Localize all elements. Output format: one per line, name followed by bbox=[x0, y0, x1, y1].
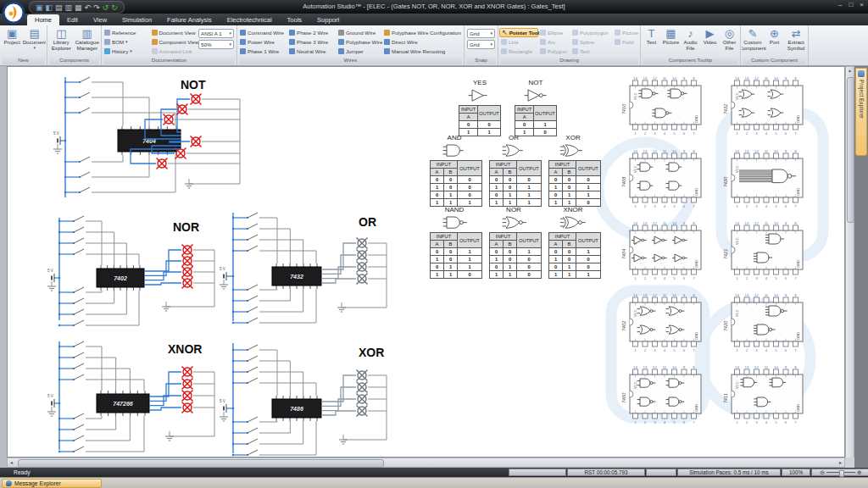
qat-sync-previous-icon[interactable]: ↺ bbox=[103, 3, 109, 13]
menu-tab-support[interactable]: Support bbox=[309, 14, 347, 25]
ic-pinout-7402[interactable]: 7402VCCGND1411321231141059687 bbox=[621, 292, 716, 360]
vertical-scrollbar[interactable]: ▲ ▼ bbox=[845, 66, 854, 468]
switch[interactable] bbox=[74, 413, 84, 419]
switch[interactable] bbox=[248, 318, 258, 323]
switch[interactable] bbox=[248, 428, 258, 433]
truth-table-not[interactable]: NOTINPUTOUTPUTA0110 bbox=[511, 79, 560, 136]
ic-pinout-7430[interactable]: 7430VCCGND1411321231141059687 bbox=[723, 148, 818, 216]
switch[interactable] bbox=[74, 424, 84, 430]
indicator-lamp[interactable] bbox=[357, 394, 368, 405]
close-button[interactable]: × bbox=[860, 1, 864, 8]
project-explorer-tab[interactable]: Project Explorer bbox=[855, 68, 867, 156]
qat-sync-next-icon[interactable]: ↻ bbox=[111, 3, 118, 13]
text-button[interactable]: Text bbox=[570, 47, 613, 55]
rectangle-button[interactable]: Rectangle bbox=[499, 47, 538, 55]
truth-table-nor[interactable]: NORINPUTOUTPUTAB001100010110 bbox=[489, 206, 538, 279]
snap-select-1[interactable]: Grid▾ bbox=[467, 40, 495, 49]
switch[interactable] bbox=[80, 108, 90, 113]
indicator-lamp[interactable] bbox=[191, 94, 202, 105]
indicator-lamp[interactable] bbox=[182, 402, 193, 413]
indicator-lamp[interactable] bbox=[357, 406, 368, 417]
port-button[interactable]: ⊕Port bbox=[764, 26, 786, 46]
switch[interactable] bbox=[248, 439, 258, 444]
switch[interactable] bbox=[80, 157, 90, 162]
document-view-button[interactable]: Document View bbox=[150, 28, 198, 36]
menu-tab-tools[interactable]: Tools bbox=[280, 14, 310, 25]
ground-wire-button[interactable]: Ground Wire bbox=[337, 28, 382, 36]
catalogue-manager-button[interactable]: ▥Catalogue Manager bbox=[75, 26, 101, 52]
switch[interactable] bbox=[74, 320, 84, 325]
circuit-not[interactable]: 5 V7404NOT bbox=[53, 74, 247, 204]
minimize-button[interactable]: – bbox=[838, 1, 842, 8]
qat-undo-icon[interactable]: ↶ bbox=[85, 3, 92, 13]
menu-tab-simulation[interactable]: Simulation bbox=[114, 14, 159, 25]
indicator-lamp[interactable] bbox=[191, 136, 202, 147]
qat-paste-doc-2-icon[interactable]: ▥ bbox=[65, 3, 73, 13]
switch[interactable] bbox=[248, 345, 258, 350]
document-button[interactable]: ▤Document▾ bbox=[24, 26, 47, 50]
line-button[interactable]: Line bbox=[499, 38, 538, 47]
indicator-lamp[interactable] bbox=[182, 367, 193, 378]
component-view-button[interactable]: Component View bbox=[150, 37, 198, 46]
ic-pinout-7420[interactable]: 7420VCCGND1411321231141059687 bbox=[723, 292, 818, 360]
indicator-lamp[interactable] bbox=[357, 238, 368, 249]
menu-tab-edit[interactable]: Edit bbox=[59, 14, 86, 25]
video-button[interactable]: ▶Video bbox=[700, 26, 720, 46]
scroll-left-icon[interactable]: ◄ bbox=[9, 459, 14, 467]
ic-pinout-7408[interactable]: 7408VCCGND1411321231141059687 bbox=[621, 148, 716, 216]
ellipse-button[interactable]: Ellipse bbox=[538, 28, 570, 36]
ic-pinout-7400[interactable]: 7400VCCGND1411321231141059687 bbox=[621, 364, 716, 432]
switch[interactable] bbox=[248, 417, 258, 422]
extract-symbol-button[interactable]: ⇄Extract Symbol bbox=[785, 26, 807, 52]
indicator-lamp[interactable] bbox=[157, 158, 168, 169]
switch[interactable] bbox=[248, 285, 258, 290]
truth-table-or[interactable]: ORINPUTOUTPUTAB000101011111 bbox=[489, 134, 538, 207]
switch[interactable] bbox=[74, 238, 84, 243]
indicator-lamp[interactable] bbox=[357, 262, 368, 273]
switch[interactable] bbox=[74, 363, 84, 369]
switch[interactable] bbox=[248, 213, 258, 218]
polypolygon-button[interactable]: Polypolygon bbox=[570, 28, 613, 36]
history-button[interactable]: History▾ bbox=[103, 47, 150, 55]
zoom-slider-track[interactable] bbox=[826, 472, 855, 473]
horizontal-scroll-thumb[interactable] bbox=[18, 459, 384, 468]
switch[interactable] bbox=[74, 227, 84, 232]
switch[interactable] bbox=[248, 224, 258, 229]
ic-pinout-7421[interactable]: 7421VCCGND1411321231141059687 bbox=[723, 220, 818, 288]
qat-paste-doc-1-icon[interactable]: ▤ bbox=[55, 3, 63, 13]
phase-2-wire-button[interactable]: Phase 2 Wire bbox=[287, 28, 337, 36]
other-file-button[interactable]: ◎Other File bbox=[720, 26, 739, 52]
switch[interactable] bbox=[74, 341, 84, 347]
project-button[interactable]: ▣Project bbox=[1, 26, 24, 46]
switch[interactable] bbox=[74, 287, 84, 292]
picture-button[interactable]: ▦Picture bbox=[661, 26, 681, 46]
circuit-nor[interactable]: 5 V7402NOR bbox=[47, 214, 221, 327]
indicator-lamp[interactable] bbox=[177, 104, 188, 115]
switch[interactable] bbox=[248, 450, 258, 455]
schematic-canvas[interactable]: YESINPUTOUTPUTA0011NOTINPUTOUTPUTA0110AN… bbox=[7, 66, 845, 458]
direct-wire-button[interactable]: Direct Wire bbox=[382, 37, 463, 46]
vertical-scroll-thumb[interactable] bbox=[847, 77, 854, 223]
menu-tab-failure-analysis[interactable]: Failure Analysis bbox=[159, 14, 220, 25]
maximize-button[interactable]: □ bbox=[849, 1, 853, 8]
switch[interactable] bbox=[80, 92, 90, 97]
indicator-lamp[interactable] bbox=[182, 245, 193, 256]
switch[interactable] bbox=[248, 378, 258, 383]
indicator-lamp[interactable] bbox=[357, 250, 368, 261]
zoom-slider-thumb[interactable] bbox=[839, 470, 844, 477]
pointer-tool-button[interactable]: ↖Pointer Tool bbox=[499, 28, 538, 37]
truth-table-yes[interactable]: YESINPUTOUTPUTA0011 bbox=[455, 79, 504, 136]
indicator-lamp[interactable] bbox=[164, 114, 175, 125]
zoom-slider[interactable]: ⊖ ⊕ bbox=[811, 469, 868, 476]
ic-pinout-7411[interactable]: 7411VCCGND1411321231141059687 bbox=[723, 364, 818, 432]
bom-button[interactable]: BOM▾ bbox=[103, 37, 150, 46]
truth-table-xnor[interactable]: XNORINPUTOUTPUTAB001100010111 bbox=[548, 206, 598, 279]
switch[interactable] bbox=[248, 296, 258, 301]
indicator-lamp[interactable] bbox=[182, 391, 193, 402]
power-wire-button[interactable]: Power Wire bbox=[238, 37, 287, 46]
polyphase-wire-button[interactable]: Polyphase Wire bbox=[337, 37, 382, 46]
polyphase-wire-configuration-button[interactable]: Polyphase Wire Configuration bbox=[382, 28, 463, 36]
scroll-up-icon[interactable]: ▲ bbox=[846, 68, 854, 73]
indicator-lamp[interactable] bbox=[182, 267, 193, 278]
qat-redo-icon[interactable]: ↷ bbox=[93, 3, 100, 13]
